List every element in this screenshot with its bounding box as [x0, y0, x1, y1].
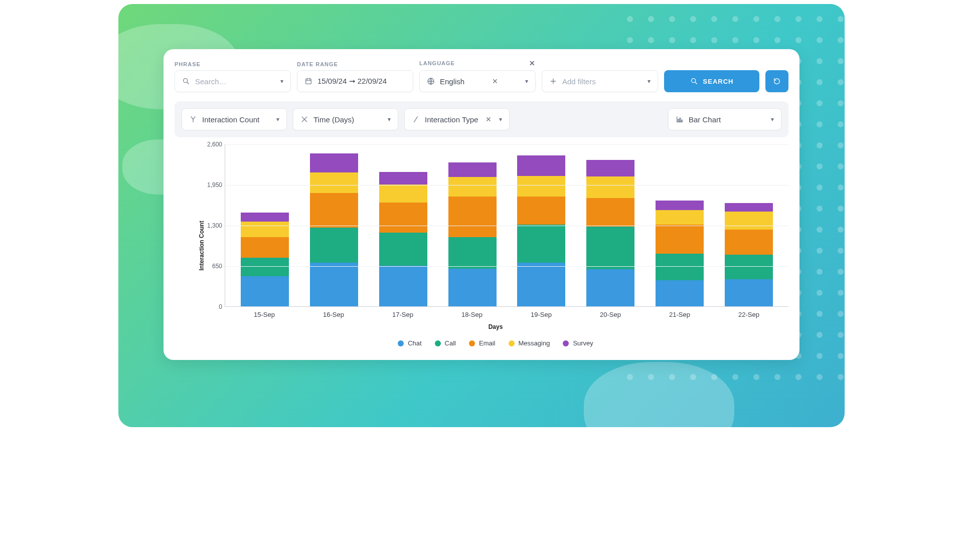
bar-segment-email: [310, 193, 358, 228]
chevron-down-icon: ▾: [280, 78, 283, 85]
date-range-value: 15/09/24 ➞ 22/09/24: [317, 77, 387, 86]
legend-item-survey[interactable]: Survey: [563, 339, 593, 347]
reset-icon: [773, 77, 781, 86]
bar-segment-survey: [656, 201, 704, 210]
bar-segment-chat: [241, 276, 289, 306]
y-tick: 1,300: [199, 222, 222, 229]
bar-segment-email: [379, 203, 427, 233]
bar-segment-survey: [586, 160, 634, 176]
bar-segment-call: [586, 227, 634, 270]
y-tick: 0: [199, 303, 222, 310]
chart-type-select[interactable]: Bar Chart ▾: [668, 108, 781, 130]
bar-20-Sep[interactable]: [586, 160, 634, 306]
clear-segment-icon[interactable]: ✕: [486, 115, 492, 123]
clear-language-icon[interactable]: ✕: [492, 77, 498, 85]
y-axis-select[interactable]: Interaction Count ▾: [182, 108, 287, 130]
search-icon: [690, 77, 698, 85]
x-tick: 17-Sep: [379, 311, 427, 318]
legend-item-email[interactable]: Email: [469, 339, 496, 347]
bar-segment-survey: [725, 203, 773, 211]
language-select[interactable]: English ✕ ▾: [419, 70, 536, 92]
bar-segment-email: [241, 237, 289, 258]
svg-rect-2: [306, 79, 311, 84]
bar-17-Sep[interactable]: [379, 172, 427, 306]
legend-label: Survey: [573, 339, 593, 347]
x-ticks: 15-Sep16-Sep17-Sep18-Sep19-Sep20-Sep21-S…: [225, 307, 788, 318]
phrase-placeholder: Search…: [195, 77, 227, 86]
bar-18-Sep[interactable]: [448, 162, 497, 306]
globe-icon: [427, 77, 435, 85]
bar-segment-messaging: [448, 177, 497, 197]
bar-segment-messaging: [241, 222, 289, 237]
legend-item-messaging[interactable]: Messaging: [509, 339, 550, 347]
filter-row: PHRASE Search… ▾ DATE RANGE 15/09/24 ➞ 2…: [175, 59, 788, 92]
bar-segment-messaging: [310, 172, 358, 193]
language-label: LANGUAGE ✕: [419, 59, 536, 67]
remove-language-filter-icon[interactable]: ✕: [529, 59, 536, 67]
y-tick: 2,600: [199, 141, 222, 148]
bar-segment-chat: [379, 266, 427, 306]
svg-point-0: [184, 79, 188, 83]
bar-segment-messaging: [656, 210, 704, 225]
x-tick: 18-Sep: [448, 311, 496, 318]
bar-segment-email: [586, 198, 634, 226]
bar-segment-chat: [656, 280, 704, 306]
y-tick: 650: [199, 263, 222, 270]
date-range-input[interactable]: 15/09/24 ➞ 22/09/24: [297, 70, 413, 92]
bar-segment-chat: [725, 279, 773, 306]
legend-swatch: [563, 340, 569, 346]
chevron-down-icon: ▾: [525, 78, 528, 85]
legend-label: Call: [445, 339, 456, 347]
bar-segment-email: [448, 197, 497, 237]
chart-grid: 06501,3001,9502,600: [225, 144, 788, 307]
svg-rect-18: [680, 118, 681, 122]
bar-segment-messaging: [725, 212, 773, 230]
bar-segment-call: [379, 233, 427, 266]
chart-controls: Interaction Count ▾ Time (Days) ▾ Intera…: [175, 101, 788, 137]
chevron-down-icon: ▾: [771, 116, 774, 123]
chevron-down-icon: ▾: [276, 116, 279, 123]
x-tick: 16-Sep: [309, 311, 358, 318]
x-tick: 20-Sep: [586, 311, 634, 318]
phrase-input[interactable]: Search… ▾: [175, 70, 291, 92]
bar-16-Sep[interactable]: [310, 153, 358, 306]
bar-segment-chat: [517, 263, 565, 306]
bar-segment-call: [448, 237, 497, 269]
bar-22-Sep[interactable]: [725, 203, 773, 306]
bar-segment-email: [517, 197, 565, 225]
add-filters-input[interactable]: Add filters ▾: [542, 70, 658, 92]
bar-21-Sep[interactable]: [656, 201, 704, 306]
chevron-down-icon: ▾: [499, 116, 502, 123]
x-axis-value: Time (Days): [313, 115, 354, 124]
x-axis-icon: [300, 115, 308, 123]
svg-line-14: [414, 117, 418, 122]
x-tick: 21-Sep: [656, 311, 704, 318]
svg-point-9: [691, 79, 695, 83]
bar-segment-email: [656, 225, 704, 254]
x-axis-select[interactable]: Time (Days) ▾: [293, 108, 398, 130]
y-axis-value: Interaction Count: [202, 115, 259, 124]
bar-segment-messaging: [586, 176, 634, 199]
chart-type-value: Bar Chart: [689, 115, 721, 124]
bar-15-Sep[interactable]: [241, 213, 289, 306]
bar-segment-call: [517, 225, 565, 263]
bar-19-Sep[interactable]: [517, 155, 565, 307]
legend-swatch: [509, 340, 515, 346]
x-axis-label: Days: [203, 323, 788, 330]
segment-select[interactable]: Interaction Type ✕ ▾: [404, 108, 510, 130]
legend-swatch: [435, 340, 441, 346]
legend-label: Email: [479, 339, 496, 347]
bar-segment-email: [725, 230, 773, 255]
legend-item-call[interactable]: Call: [435, 339, 456, 347]
bar-segment-call: [656, 254, 704, 280]
legend-item-chat[interactable]: Chat: [398, 339, 421, 347]
segment-value: Interaction Type: [425, 115, 478, 124]
legend-swatch: [398, 340, 404, 346]
bar-segment-survey: [379, 172, 427, 184]
bar-segment-survey: [310, 153, 358, 173]
search-button[interactable]: SEARCH: [664, 70, 759, 92]
bar-segment-call: [310, 228, 358, 263]
bar-segment-chat: [310, 263, 358, 306]
legend-label: Messaging: [519, 339, 550, 347]
reset-button[interactable]: [765, 70, 788, 92]
